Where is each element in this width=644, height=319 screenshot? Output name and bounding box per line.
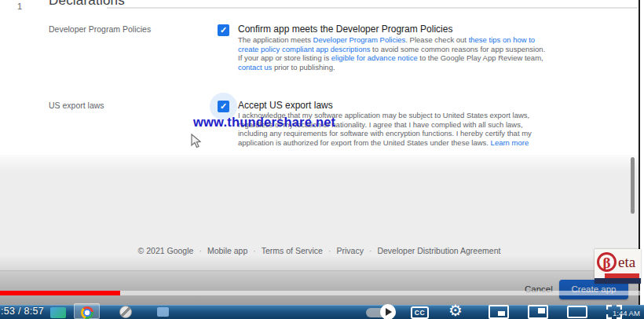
console-footer: © 2021 Google·Mobile app·Terms of Servic… [0, 246, 639, 255]
footer-separator: · [328, 246, 331, 255]
miniplayer-button[interactable] [488, 305, 509, 319]
description-text: prior to publishing. [272, 63, 335, 72]
popup-player-button[interactable] [528, 305, 548, 319]
taskbar-app-icon[interactable] [50, 307, 66, 318]
privacy-link[interactable]: Privacy [336, 246, 363, 255]
developer-program-policies-link[interactable]: Developer Program Policies [313, 35, 406, 44]
popup-player-icon [538, 308, 545, 314]
us-export-laws-label: US export laws [49, 101, 104, 110]
footer-separator: · [199, 246, 202, 255]
description-text: . Please check out [405, 35, 468, 44]
learn-more-link[interactable]: Learn more [491, 138, 529, 147]
taskbar-chrome-button[interactable] [74, 303, 100, 319]
us-export-laws-checkbox[interactable]: ✓ [218, 101, 229, 112]
play-icon [386, 308, 392, 316]
footer-separator: · [369, 246, 372, 255]
miniplayer-icon [498, 311, 505, 316]
footer-separator: · [253, 246, 256, 255]
beta-logo-icon: β [597, 252, 617, 272]
developer-policies-checkbox-label: Confirm app meets the Developer Program … [238, 24, 452, 35]
contact-us-link[interactable]: contact us [238, 63, 272, 72]
description-text: to the Google Play App Review team, [418, 53, 543, 62]
heading-divider [107, 7, 638, 9]
us-export-laws-checkbox-label: Accept US export laws [238, 100, 333, 111]
step-number: 1 [17, 2, 22, 11]
chrome-icon [81, 306, 93, 319]
mobile-app-link[interactable]: Mobile app [207, 246, 247, 255]
developer-distribution-agreement-link[interactable]: Developer Distribution Agreement [377, 246, 500, 255]
autoplay-knob[interactable] [380, 304, 396, 319]
progress-played [0, 291, 120, 295]
video-frame: 1 Declarations Developer Program Policie… [0, 0, 644, 319]
taskbar-tray-icon[interactable] [119, 306, 132, 318]
player-time-display: :53 / 8:57 [1, 306, 44, 317]
player-progress-bar[interactable] [0, 291, 644, 295]
developer-policies-description: The application meets Developer Program … [238, 35, 547, 72]
progress-remaining [120, 291, 644, 295]
terms-of-service-link[interactable]: Terms of Service [262, 246, 323, 255]
developer-policies-checkbox[interactable]: ✓ [218, 24, 229, 36]
description-text: The application meets [238, 35, 313, 44]
fullscreen-button[interactable] [606, 305, 622, 319]
closed-captions-button[interactable]: CC [411, 306, 429, 319]
taskbar-tray-icon[interactable] [157, 307, 169, 317]
copyright-text: © 2021 Google [138, 246, 194, 255]
beta-badge-text: eta [618, 254, 635, 271]
thundershare-watermark: www.thundershare.net [193, 115, 335, 130]
theater-mode-button[interactable] [567, 306, 587, 318]
beta-badge: β eta [595, 249, 641, 284]
mouse-cursor-icon [191, 134, 202, 149]
scrollbar-thumb[interactable] [631, 157, 635, 214]
advance-notice-link[interactable]: eligible for advance notice [331, 53, 418, 62]
beta-badge-blue-strip [595, 278, 641, 284]
settings-gear-icon[interactable]: ⚙ [448, 302, 463, 319]
developer-program-policies-label: Developer Program Policies [49, 24, 151, 34]
